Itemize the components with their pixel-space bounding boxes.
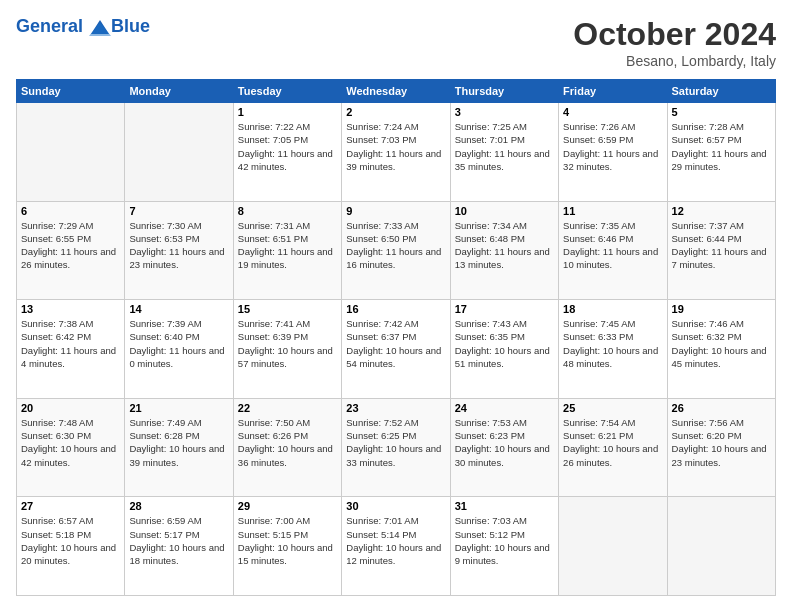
day-info: Sunrise: 7:37 AM Sunset: 6:44 PM Dayligh… — [672, 219, 771, 272]
day-number: 16 — [346, 303, 445, 315]
day-number: 11 — [563, 205, 662, 217]
calendar-cell-w1d5: 11Sunrise: 7:35 AM Sunset: 6:46 PM Dayli… — [559, 201, 667, 300]
day-number: 31 — [455, 500, 554, 512]
calendar-cell-w2d3: 16Sunrise: 7:42 AM Sunset: 6:37 PM Dayli… — [342, 300, 450, 399]
day-info: Sunrise: 7:30 AM Sunset: 6:53 PM Dayligh… — [129, 219, 228, 272]
calendar-cell-w3d0: 20Sunrise: 7:48 AM Sunset: 6:30 PM Dayli… — [17, 398, 125, 497]
calendar-cell-w3d4: 24Sunrise: 7:53 AM Sunset: 6:23 PM Dayli… — [450, 398, 558, 497]
day-number: 8 — [238, 205, 337, 217]
day-number: 23 — [346, 402, 445, 414]
day-number: 21 — [129, 402, 228, 414]
day-number: 10 — [455, 205, 554, 217]
calendar-cell-w1d4: 10Sunrise: 7:34 AM Sunset: 6:48 PM Dayli… — [450, 201, 558, 300]
day-number: 15 — [238, 303, 337, 315]
location-title: Besano, Lombardy, Italy — [573, 53, 776, 69]
day-info: Sunrise: 7:38 AM Sunset: 6:42 PM Dayligh… — [21, 317, 120, 370]
day-info: Sunrise: 7:33 AM Sunset: 6:50 PM Dayligh… — [346, 219, 445, 272]
day-info: Sunrise: 7:00 AM Sunset: 5:15 PM Dayligh… — [238, 514, 337, 567]
page: General Blue October 2024 Besano, Lombar… — [0, 0, 792, 612]
day-info: Sunrise: 7:49 AM Sunset: 6:28 PM Dayligh… — [129, 416, 228, 469]
day-info: Sunrise: 7:34 AM Sunset: 6:48 PM Dayligh… — [455, 219, 554, 272]
calendar-cell-w1d3: 9Sunrise: 7:33 AM Sunset: 6:50 PM Daylig… — [342, 201, 450, 300]
calendar-cell-w3d1: 21Sunrise: 7:49 AM Sunset: 6:28 PM Dayli… — [125, 398, 233, 497]
header: General Blue October 2024 Besano, Lombar… — [16, 16, 776, 69]
calendar-cell-w1d6: 12Sunrise: 7:37 AM Sunset: 6:44 PM Dayli… — [667, 201, 775, 300]
day-number: 5 — [672, 106, 771, 118]
calendar-cell-w0d4: 3Sunrise: 7:25 AM Sunset: 7:01 PM Daylig… — [450, 103, 558, 202]
calendar-cell-w3d2: 22Sunrise: 7:50 AM Sunset: 6:26 PM Dayli… — [233, 398, 341, 497]
day-info: Sunrise: 7:26 AM Sunset: 6:59 PM Dayligh… — [563, 120, 662, 173]
day-number: 18 — [563, 303, 662, 315]
day-info: Sunrise: 7:45 AM Sunset: 6:33 PM Dayligh… — [563, 317, 662, 370]
calendar-cell-w4d1: 28Sunrise: 6:59 AM Sunset: 5:17 PM Dayli… — [125, 497, 233, 596]
day-number: 29 — [238, 500, 337, 512]
header-tuesday: Tuesday — [233, 80, 341, 103]
calendar-table: Sunday Monday Tuesday Wednesday Thursday… — [16, 79, 776, 596]
calendar-week-2: 13Sunrise: 7:38 AM Sunset: 6:42 PM Dayli… — [17, 300, 776, 399]
logo-blue: Blue — [111, 16, 150, 37]
calendar-cell-w4d6 — [667, 497, 775, 596]
header-wednesday: Wednesday — [342, 80, 450, 103]
calendar-cell-w0d0 — [17, 103, 125, 202]
day-info: Sunrise: 7:25 AM Sunset: 7:01 PM Dayligh… — [455, 120, 554, 173]
calendar-cell-w4d4: 31Sunrise: 7:03 AM Sunset: 5:12 PM Dayli… — [450, 497, 558, 596]
day-number: 19 — [672, 303, 771, 315]
calendar-cell-w1d0: 6Sunrise: 7:29 AM Sunset: 6:55 PM Daylig… — [17, 201, 125, 300]
day-number: 25 — [563, 402, 662, 414]
day-number: 9 — [346, 205, 445, 217]
logo-general: General — [16, 16, 83, 36]
day-info: Sunrise: 7:01 AM Sunset: 5:14 PM Dayligh… — [346, 514, 445, 567]
day-info: Sunrise: 7:24 AM Sunset: 7:03 PM Dayligh… — [346, 120, 445, 173]
day-info: Sunrise: 6:57 AM Sunset: 5:18 PM Dayligh… — [21, 514, 120, 567]
day-number: 14 — [129, 303, 228, 315]
day-info: Sunrise: 7:22 AM Sunset: 7:05 PM Dayligh… — [238, 120, 337, 173]
calendar-cell-w3d5: 25Sunrise: 7:54 AM Sunset: 6:21 PM Dayli… — [559, 398, 667, 497]
day-info: Sunrise: 7:56 AM Sunset: 6:20 PM Dayligh… — [672, 416, 771, 469]
day-info: Sunrise: 7:03 AM Sunset: 5:12 PM Dayligh… — [455, 514, 554, 567]
day-info: Sunrise: 7:43 AM Sunset: 6:35 PM Dayligh… — [455, 317, 554, 370]
day-info: Sunrise: 7:42 AM Sunset: 6:37 PM Dayligh… — [346, 317, 445, 370]
calendar-cell-w4d0: 27Sunrise: 6:57 AM Sunset: 5:18 PM Dayli… — [17, 497, 125, 596]
calendar-cell-w4d3: 30Sunrise: 7:01 AM Sunset: 5:14 PM Dayli… — [342, 497, 450, 596]
title-block: October 2024 Besano, Lombardy, Italy — [573, 16, 776, 69]
calendar-header-row: Sunday Monday Tuesday Wednesday Thursday… — [17, 80, 776, 103]
calendar-cell-w0d5: 4Sunrise: 7:26 AM Sunset: 6:59 PM Daylig… — [559, 103, 667, 202]
header-friday: Friday — [559, 80, 667, 103]
day-info: Sunrise: 6:59 AM Sunset: 5:17 PM Dayligh… — [129, 514, 228, 567]
header-thursday: Thursday — [450, 80, 558, 103]
day-info: Sunrise: 7:48 AM Sunset: 6:30 PM Dayligh… — [21, 416, 120, 469]
calendar-cell-w1d2: 8Sunrise: 7:31 AM Sunset: 6:51 PM Daylig… — [233, 201, 341, 300]
header-saturday: Saturday — [667, 80, 775, 103]
day-number: 30 — [346, 500, 445, 512]
calendar-cell-w3d3: 23Sunrise: 7:52 AM Sunset: 6:25 PM Dayli… — [342, 398, 450, 497]
day-info: Sunrise: 7:39 AM Sunset: 6:40 PM Dayligh… — [129, 317, 228, 370]
calendar-week-0: 1Sunrise: 7:22 AM Sunset: 7:05 PM Daylig… — [17, 103, 776, 202]
header-sunday: Sunday — [17, 80, 125, 103]
day-info: Sunrise: 7:31 AM Sunset: 6:51 PM Dayligh… — [238, 219, 337, 272]
day-info: Sunrise: 7:50 AM Sunset: 6:26 PM Dayligh… — [238, 416, 337, 469]
calendar-week-1: 6Sunrise: 7:29 AM Sunset: 6:55 PM Daylig… — [17, 201, 776, 300]
calendar-cell-w2d0: 13Sunrise: 7:38 AM Sunset: 6:42 PM Dayli… — [17, 300, 125, 399]
day-number: 2 — [346, 106, 445, 118]
day-number: 4 — [563, 106, 662, 118]
calendar-cell-w2d4: 17Sunrise: 7:43 AM Sunset: 6:35 PM Dayli… — [450, 300, 558, 399]
calendar-cell-w4d5 — [559, 497, 667, 596]
day-number: 28 — [129, 500, 228, 512]
calendar-cell-w0d2: 1Sunrise: 7:22 AM Sunset: 7:05 PM Daylig… — [233, 103, 341, 202]
header-monday: Monday — [125, 80, 233, 103]
day-number: 26 — [672, 402, 771, 414]
day-number: 24 — [455, 402, 554, 414]
month-title: October 2024 — [573, 16, 776, 53]
day-number: 27 — [21, 500, 120, 512]
calendar-cell-w4d2: 29Sunrise: 7:00 AM Sunset: 5:15 PM Dayli… — [233, 497, 341, 596]
calendar-cell-w0d3: 2Sunrise: 7:24 AM Sunset: 7:03 PM Daylig… — [342, 103, 450, 202]
day-info: Sunrise: 7:28 AM Sunset: 6:57 PM Dayligh… — [672, 120, 771, 173]
calendar-cell-w2d2: 15Sunrise: 7:41 AM Sunset: 6:39 PM Dayli… — [233, 300, 341, 399]
day-number: 7 — [129, 205, 228, 217]
day-info: Sunrise: 7:52 AM Sunset: 6:25 PM Dayligh… — [346, 416, 445, 469]
logo-icon — [89, 18, 111, 36]
calendar-cell-w2d5: 18Sunrise: 7:45 AM Sunset: 6:33 PM Dayli… — [559, 300, 667, 399]
calendar-cell-w2d1: 14Sunrise: 7:39 AM Sunset: 6:40 PM Dayli… — [125, 300, 233, 399]
day-info: Sunrise: 7:46 AM Sunset: 6:32 PM Dayligh… — [672, 317, 771, 370]
day-info: Sunrise: 7:53 AM Sunset: 6:23 PM Dayligh… — [455, 416, 554, 469]
